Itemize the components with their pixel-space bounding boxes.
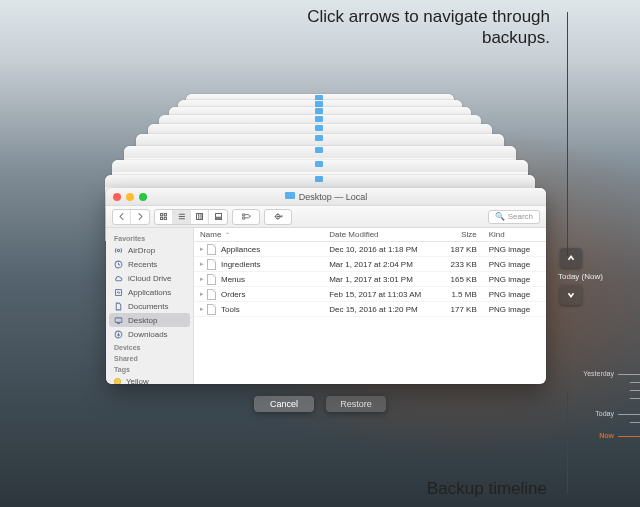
cancel-button[interactable]: Cancel <box>254 396 314 412</box>
file-date: Feb 15, 2017 at 11:03 AM <box>323 290 430 299</box>
svg-rect-15 <box>242 217 244 219</box>
desktop-icon <box>114 316 123 325</box>
sort-indicator-icon: ⌃ <box>225 231 230 238</box>
callout-timeline: Backup timeline <box>367 478 547 499</box>
window-titlebar[interactable]: Desktop — Local <box>106 188 546 206</box>
disclosure-icon: ▸ <box>200 275 204 283</box>
file-size: 233 KB <box>430 260 482 269</box>
file-size: 187 KB <box>430 245 482 254</box>
file-icon <box>207 289 216 300</box>
disclosure-icon: ▸ <box>200 260 204 268</box>
disclosure-icon: ▸ <box>200 245 204 253</box>
restore-button[interactable]: Restore <box>326 396 386 412</box>
sidebar-heading-tags: Tags <box>106 363 193 374</box>
table-row[interactable]: ▸MenusMar 1, 2017 at 3:01 PM165 KBPNG im… <box>194 272 546 287</box>
airdrop-icon <box>114 246 123 255</box>
zoom-button[interactable] <box>139 193 147 201</box>
folder-icon <box>285 192 295 199</box>
svg-rect-12 <box>217 218 219 220</box>
window-title-suffix: — Local <box>334 192 367 202</box>
file-icon <box>207 244 216 255</box>
sidebar-item-label: Documents <box>128 302 168 311</box>
file-date: Dec 15, 2016 at 1:20 PM <box>323 305 430 314</box>
icon-view-button[interactable] <box>155 210 173 224</box>
finder-sidebar: Favorites AirDrop Recents iCloud Drive A… <box>106 228 194 384</box>
svg-rect-14 <box>242 214 244 216</box>
svg-point-19 <box>277 216 278 217</box>
sidebar-item-documents[interactable]: Documents <box>106 299 193 313</box>
nav-back-forward <box>112 209 150 225</box>
file-list: Name⌃ Date Modified Size Kind ▸Appliance… <box>194 228 546 384</box>
svg-rect-11 <box>215 218 217 220</box>
window-title-folder: Desktop <box>299 192 332 202</box>
forward-button[interactable] <box>131 210 149 224</box>
sidebar-item-airdrop[interactable]: AirDrop <box>106 243 193 257</box>
column-header-kind[interactable]: Kind <box>483 230 546 239</box>
list-view-button[interactable] <box>173 210 191 224</box>
sidebar-item-label: Downloads <box>128 330 168 339</box>
disclosure-icon: ▸ <box>200 290 204 298</box>
next-backup-button[interactable] <box>560 285 582 305</box>
file-name: Menus <box>221 275 245 284</box>
sidebar-item-icloud[interactable]: iCloud Drive <box>106 271 193 285</box>
search-placeholder: Search <box>508 212 533 221</box>
table-row[interactable]: ▸OrdersFeb 15, 2017 at 11:03 AM1.5 MBPNG… <box>194 287 546 302</box>
svg-rect-7 <box>197 214 203 220</box>
sidebar-item-label: Recents <box>128 260 157 269</box>
sidebar-item-label: Applications <box>128 288 171 297</box>
timeline-label-now: Now <box>599 432 614 439</box>
view-switcher <box>154 209 228 225</box>
svg-line-27 <box>117 291 119 293</box>
timeline-label-today: Today <box>595 410 614 417</box>
search-field[interactable]: 🔍 Search <box>488 210 540 224</box>
leader-line <box>567 391 568 493</box>
file-kind: PNG image <box>483 245 546 254</box>
action-button[interactable] <box>265 210 291 224</box>
sidebar-item-label: Desktop <box>128 316 157 325</box>
sidebar-item-desktop[interactable]: Desktop <box>109 313 190 327</box>
file-kind: PNG image <box>483 260 546 269</box>
previous-backup-button[interactable] <box>560 248 582 268</box>
sidebar-item-label: AirDrop <box>128 246 155 255</box>
column-header-date[interactable]: Date Modified <box>323 230 430 239</box>
gallery-view-button[interactable] <box>209 210 227 224</box>
file-size: 1.5 MB <box>430 290 482 299</box>
sidebar-heading-shared: Shared <box>106 352 193 363</box>
close-button[interactable] <box>113 193 121 201</box>
backup-timeline[interactable]: Yesterday Today Now <box>570 370 640 480</box>
file-date: Mar 1, 2017 at 3:01 PM <box>323 275 430 284</box>
action-buttons: Cancel Restore <box>254 396 386 412</box>
minimize-button[interactable] <box>126 193 134 201</box>
back-button[interactable] <box>113 210 131 224</box>
svg-rect-26 <box>116 289 122 295</box>
arrange-button[interactable] <box>233 210 259 224</box>
time-machine-stage: Click arrows to navigate through backups… <box>0 0 640 507</box>
list-header: Name⌃ Date Modified Size Kind <box>194 228 546 242</box>
column-header-size[interactable]: Size <box>430 230 482 239</box>
file-size: 177 KB <box>430 305 482 314</box>
applications-icon <box>114 288 123 297</box>
current-backup-label: Today (Now) <box>558 272 584 281</box>
file-icon <box>207 259 216 270</box>
sidebar-tag-yellow[interactable]: Yellow <box>106 374 193 384</box>
sidebar-item-downloads[interactable]: Downloads <box>106 327 193 341</box>
table-row[interactable]: ▸IngredientsMar 1, 2017 at 2:04 PM233 KB… <box>194 257 546 272</box>
tag-dot-icon <box>114 378 121 385</box>
sidebar-item-recents[interactable]: Recents <box>106 257 193 271</box>
file-name: Tools <box>221 305 240 314</box>
table-row[interactable]: ▸AppliancesDec 10, 2016 at 1:18 PM187 KB… <box>194 242 546 257</box>
column-header-name[interactable]: Name⌃ <box>194 230 323 239</box>
sidebar-item-applications[interactable]: Applications <box>106 285 193 299</box>
backup-nav-arrows: Today (Now) <box>558 248 584 305</box>
finder-toolbar: 🔍 Search <box>106 206 546 228</box>
sidebar-heading-favorites: Favorites <box>106 232 193 243</box>
file-kind: PNG image <box>483 290 546 299</box>
file-name: Orders <box>221 290 245 299</box>
document-icon <box>114 302 123 311</box>
table-row[interactable]: ▸ToolsDec 15, 2016 at 1:20 PM177 KBPNG i… <box>194 302 546 317</box>
callout-nav-arrows: Click arrows to navigate through backups… <box>290 6 550 49</box>
svg-rect-10 <box>215 214 221 218</box>
column-view-button[interactable] <box>191 210 209 224</box>
file-size: 165 KB <box>430 275 482 284</box>
file-kind: PNG image <box>483 275 546 284</box>
